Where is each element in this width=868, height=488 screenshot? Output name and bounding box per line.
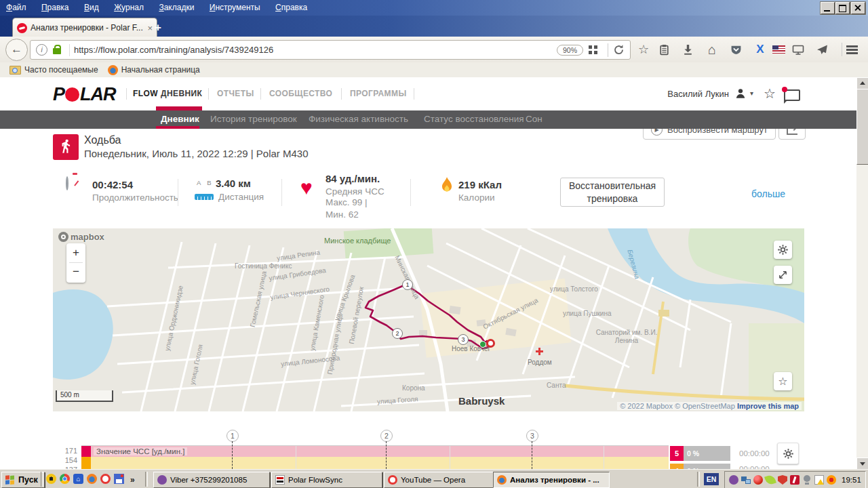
menu-edit[interactable]: Правка [41,0,69,15]
notification-dot [782,87,787,92]
quicklaunch-opera-icon[interactable] [100,474,111,484]
browser-tab[interactable]: Анализ тренировки - Polar F... × [12,18,157,37]
tray-webcam-icon[interactable] [802,475,812,485]
subnav-recovery[interactable]: Статус восстановления [424,114,524,124]
route-map[interactable]: Минское кладбище Гостиница Феникс улица … [53,228,804,411]
url-bar[interactable]: i https://flow.polar.com/training/analys… [30,40,631,60]
bookmarks-sidebar-icon[interactable] [656,42,671,57]
nav-reports[interactable]: ОТЧЕТЫ [217,89,254,98]
user-name[interactable]: Василий Лукин [661,89,729,99]
start-button[interactable]: Пуск [1,472,45,488]
tray-shield-icon[interactable] [778,475,787,485]
map-label: улица Пушкина [563,310,612,317]
map-fullscreen-button[interactable] [774,266,792,284]
route-start-marker [479,341,486,348]
tray-warning-doc-icon[interactable] [814,475,824,485]
restore-icon [839,5,846,12]
chart-marker-3: 3 [526,430,538,442]
close-button[interactable] [851,2,865,14]
home-icon[interactable]: ⌂ [705,42,719,57]
bookmark-star-icon[interactable]: ☆ [636,42,651,57]
attrib-osm[interactable]: © OpenStreetMap [675,402,735,410]
tab-close-icon[interactable]: × [147,23,153,33]
nav-diary[interactable]: ДНЕВНИК [161,89,202,98]
tray-target-icon[interactable] [827,475,836,485]
subnav-sleep[interactable]: Сон [526,114,542,124]
minimize-icon [824,10,830,12]
vertical-scrollbar[interactable] [856,77,868,469]
back-button[interactable]: ← [5,39,28,61]
hr-chart-plot[interactable]: Значение ЧСС [уд./мин.] [81,445,669,469]
page-action-grid-icon[interactable] [589,45,597,54]
hr-axis-171: 171 [58,447,77,455]
tray-leaf-icon[interactable] [764,474,776,486]
bookmark-frequent[interactable]: Часто посещаемые [9,65,98,75]
mapbox-logo[interactable]: mapbox [58,232,104,242]
quicklaunch-firefox-icon[interactable] [87,474,97,484]
subnav-diary[interactable]: Дневник [161,114,199,124]
route-marker-1: 1 [402,279,413,290]
menu-view[interactable]: Вид [84,0,99,15]
quicklaunch-overflow-chevron[interactable]: » [130,475,135,485]
more-link[interactable]: больше [751,188,785,200]
chart-settings-button[interactable] [777,443,799,464]
tray-viber-icon[interactable] [729,475,738,485]
restore-button[interactable] [835,2,850,14]
attrib-improve-link[interactable]: Improve this map [737,402,799,410]
language-indicator[interactable]: EN [704,473,719,485]
nav-community[interactable]: СООБЩЕСТВО [269,89,332,98]
scroll-thumb[interactable] [856,89,868,165]
map-settings-button[interactable] [774,241,792,259]
x-extension-icon[interactable]: X [753,42,768,57]
notifications-icon[interactable] [784,89,800,101]
task-firefox-analysis[interactable]: Анализ тренировки - ... [493,472,610,488]
sport-icon-walking [53,134,79,160]
firefox-icon [497,475,507,485]
user-caret-icon[interactable]: ▾ [750,89,753,97]
task-flowsync[interactable]: Polar FlowSync [271,472,382,488]
nav-programs[interactable]: ПРОГРАММЫ [350,89,407,98]
menu-bookmarks[interactable]: Закладки [159,0,194,15]
map-zoom-out-button[interactable]: − [66,263,85,281]
tray-red-box-icon[interactable] [790,475,800,485]
menu-help[interactable]: Справка [275,0,307,15]
minimize-button[interactable] [821,2,835,14]
pocket-icon[interactable] [728,42,743,57]
us-flag-icon[interactable] [770,42,787,57]
training-benefit-button[interactable]: Восстановительная тренировка [560,178,665,207]
bookmark-homepage[interactable]: Начальная страница [108,65,200,75]
https-lock-icon[interactable] [53,48,61,54]
map-favorite-button[interactable]: ☆ [774,372,792,390]
zoom-level-indicator[interactable]: 90% [557,45,583,56]
quicklaunch-home-app-icon[interactable]: ⌂ [73,474,83,484]
quicklaunch-save-icon[interactable] [114,474,124,484]
menu-file[interactable]: Файл [6,0,26,15]
map-scale: 500 m [56,390,113,402]
url-text[interactable]: https://flow.polar.com/training/analysis… [74,45,557,55]
hamburger-menu-icon[interactable] [844,42,859,57]
tray-network-icon[interactable] [741,475,751,485]
subnav-activity[interactable]: Физическая активность [309,114,408,124]
menu-history[interactable]: Журнал [114,0,144,15]
downloads-icon[interactable] [680,42,695,57]
map-zoom-in-button[interactable]: + [66,243,85,262]
subnav-history[interactable]: История тренировок [210,114,297,124]
tray-red-sphere-icon[interactable] [753,475,763,485]
quicklaunch-chrome-icon[interactable] [60,474,70,484]
send-tab-icon[interactable] [814,42,829,57]
menu-tools[interactable]: Инструменты [210,0,260,15]
task-opera-youtube[interactable]: YouTube — Opera [384,472,494,488]
user-icon[interactable] [734,87,747,100]
monitor-icon[interactable] [791,42,806,57]
polar-logo[interactable]: PLAR [53,84,116,105]
attrib-mapbox[interactable]: © 2022 Mapbox [620,402,673,410]
task-viber[interactable]: Viber +375299201085 [153,472,270,488]
new-tab-button[interactable]: + [155,21,161,35]
quicklaunch-av-icon[interactable] [46,474,56,484]
nav-flow[interactable]: FLOW [133,89,158,98]
favorites-star-icon[interactable]: ☆ [764,85,776,102]
map-zoom-control: + − [66,243,85,283]
tray-clock[interactable]: 19:51 [842,476,861,484]
reload-icon[interactable] [613,44,625,56]
page-info-icon[interactable]: i [36,44,47,56]
